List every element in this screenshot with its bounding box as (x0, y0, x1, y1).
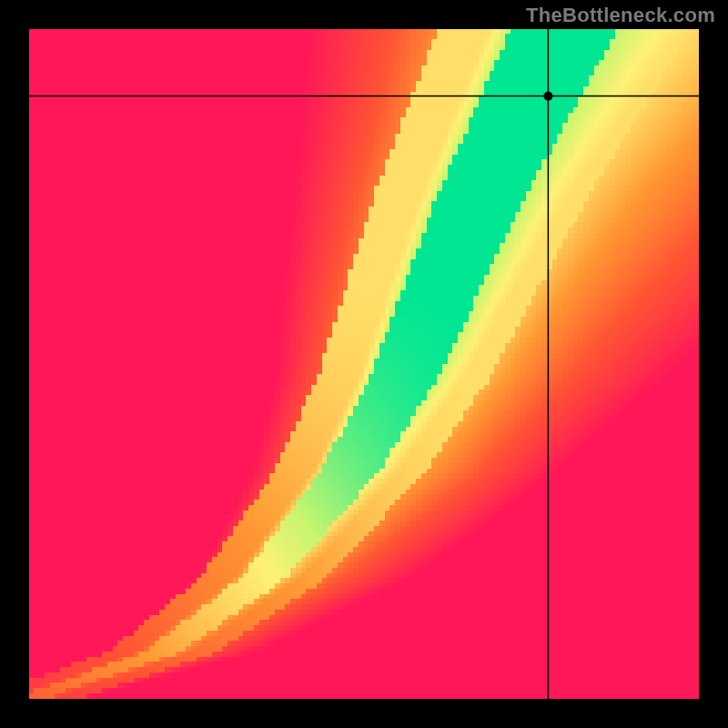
watermark-label: TheBottleneck.com (526, 4, 715, 27)
heatmap-canvas (29, 29, 699, 699)
chart-frame: TheBottleneck.com (0, 0, 728, 728)
heatmap-plot (29, 29, 699, 699)
